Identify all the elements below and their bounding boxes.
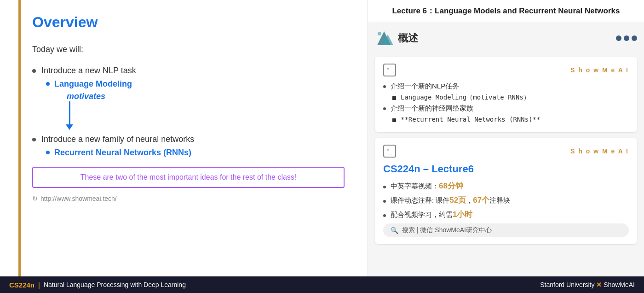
slide-title: Overview [32,14,345,31]
sub-bullet-item-2: Recurrent Neural Networks (RNNs) [46,148,345,158]
bottom-course: CS224n [9,281,34,289]
card2-b1-prefix: 中英字幕视频： [391,182,439,190]
search-text: 搜索 | 微信 ShowMeAI研究中心 [402,226,492,234]
card1-sub-bullet-2: **Recurrent Neural Networks (RNNs)** [392,116,629,123]
card1-bullet-dot-2 [383,107,386,110]
card2-title: CS224n – Lecture6 [383,163,629,175]
card2-bullet-1: 中英字幕视频：68分钟 [383,181,629,191]
bullet-dot-1 [32,69,36,73]
bottom-left: CS224n | Natural Language Processing wit… [9,281,186,289]
sub-bullet-text-1: Language Modeling [54,79,132,89]
card1-sub-square-2 [392,118,396,122]
card1-sub-bullet-1: Language Modeling（motivate RNNs） [392,94,629,102]
sub-bullet-dot-2 [46,151,50,154]
card-2-icon: ^_ [383,145,396,158]
card2-b3-prefix: 配合视频学习，约需 [391,211,453,218]
card-1: ^_ S h o w M e A I 介绍一个新的NLP任务 Language … [375,57,637,132]
slide-subtitle: Today we will: [32,45,345,54]
x-mark: ✕ [596,281,604,288]
card2-b2-sep: ， [466,196,473,204]
section-title-zh: 概述 [398,31,418,45]
important-box: These are two of the most important idea… [32,167,345,188]
card-1-icon: ^_ [383,64,396,76]
svg-point-2 [378,32,381,35]
card2-bullet-text-1: 中英字幕视频：68分钟 [391,181,463,191]
card2-bullet-dot-1 [383,186,386,188]
arrow-head [66,124,73,130]
card1-bullet-text-1: 介绍一个新的NLP任务 [391,82,459,91]
card1-sub-square-1 [392,96,396,100]
bullet-text-2: Introduce a new family of neural network… [41,135,194,144]
card2-b1-highlight: 68分钟 [439,182,463,190]
card-2: ^_ S h o w M e A I CS224n – Lecture6 中英字… [375,138,637,244]
card2-b3-highlight: 1小时 [453,210,472,219]
arrow-label: motivates [67,92,105,101]
search-icon: 🔍 [391,227,398,234]
bottom-subtitle: Natural Language Processing with Deep Le… [44,281,186,288]
card1-bullet-dot-1 [383,85,386,88]
showmeai-text: ShowMeAI [604,281,635,288]
arrow-line [69,101,70,124]
bullet-item-2: Introduce a new family of neural network… [32,135,345,144]
bottom-right: Stanford University ✕ ShowMeAI [540,281,635,288]
right-panel: Lecture 6：Language Models and Recurrent … [368,0,644,276]
url-text: http://www.showmeai.tech/ [40,195,117,202]
card-2-header: ^_ S h o w M e A I [383,145,629,158]
sub-bullet-text-2: Recurrent Neural Networks (RNNs) [54,148,191,158]
card1-bullet-2: 介绍一个新的神经网络家族 [383,104,629,113]
card2-bullet-dot-3 [383,214,386,217]
card2-bullet-text-3: 配合视频学习，约需1小时 [391,209,472,220]
url-icon: ↻ [32,195,38,202]
arrow-section: motivates [60,92,345,130]
bottom-divider: | [38,281,40,289]
sub-bullet-item-1: Language Modeling [46,79,345,89]
card2-b2-suffix: 注释块 [489,196,510,204]
dot-group [616,35,637,41]
card2-b2-prefix: 课件动态注释: 课件 [391,196,449,204]
card2-b2-h1: 52页 [449,196,466,205]
card-1-header: ^_ S h o w M e A I [383,64,629,76]
card1-sub-text-1: Language Modeling（motivate RNNs） [401,94,530,102]
card2-bullet-text-2: 课件动态注释: 课件52页，67个注释块 [391,195,510,205]
bullet-text-1: Introduce a new NLP task [41,66,136,76]
section-title-row: 概述 [375,29,637,47]
bullet-dot-2 [32,138,36,141]
slide-body: Introduce a new NLP task Language Modeli… [32,66,345,267]
important-text: These are two of the most important idea… [42,173,334,182]
card2-bullet-dot-2 [383,200,386,203]
card1-sub-text-2: **Recurrent Neural Networks (RNNs)** [401,116,540,123]
slide-left-bar [18,0,21,276]
dot-2 [624,35,629,41]
right-body: 概述 ^_ S h o w M e A I 介绍一个新的NLP任务 [368,22,644,276]
card-1-showmeai: S h o w M e A I [570,66,629,74]
dot-3 [632,35,637,41]
card-2-showmeai: S h o w M e A I [570,147,629,155]
sub-bullet-dot-1 [46,82,50,86]
dot-1 [616,35,621,41]
slide-panel: Overview Today we will: Introduce a new … [0,0,368,276]
card1-bullet-text-2: 介绍一个新的神经网络家族 [391,104,473,113]
bullet-item-1: Introduce a new NLP task [32,66,345,76]
search-bar[interactable]: 🔍 搜索 | 微信 ShowMeAI研究中心 [383,223,629,237]
stanford-text: Stanford University [540,281,594,288]
card1-bullet-1: 介绍一个新的NLP任务 [383,82,629,91]
card2-bullet-2: 课件动态注释: 课件52页，67个注释块 [383,195,629,205]
mountain-icon [375,29,393,47]
card2-bullet-3: 配合视频学习，约需1小时 [383,209,629,220]
right-header: Lecture 6：Language Models and Recurrent … [368,0,644,22]
bottom-bar: CS224n | Natural Language Processing wit… [0,276,644,293]
slide-url: ↻ http://www.showmeai.tech/ [32,195,345,202]
card2-b2-h2: 67个 [473,196,489,205]
